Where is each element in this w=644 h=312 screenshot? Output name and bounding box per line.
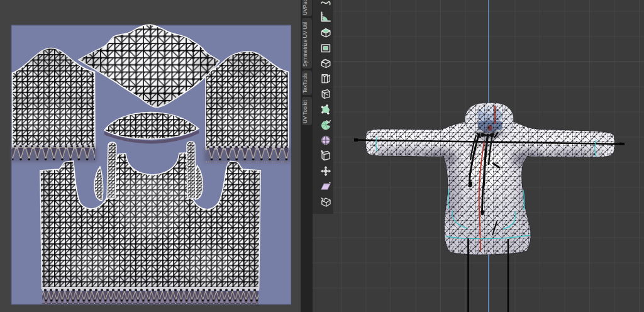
- svg-text:Symmetrize UV Util: Symmetrize UV Util: [303, 22, 308, 67]
- svg-text:UVPackit: UVPackit: [303, 0, 308, 15]
- svg-text:TexTools: TexTools: [303, 73, 308, 93]
- svg-text:UV Toolkit: UV Toolkit: [303, 100, 308, 123]
